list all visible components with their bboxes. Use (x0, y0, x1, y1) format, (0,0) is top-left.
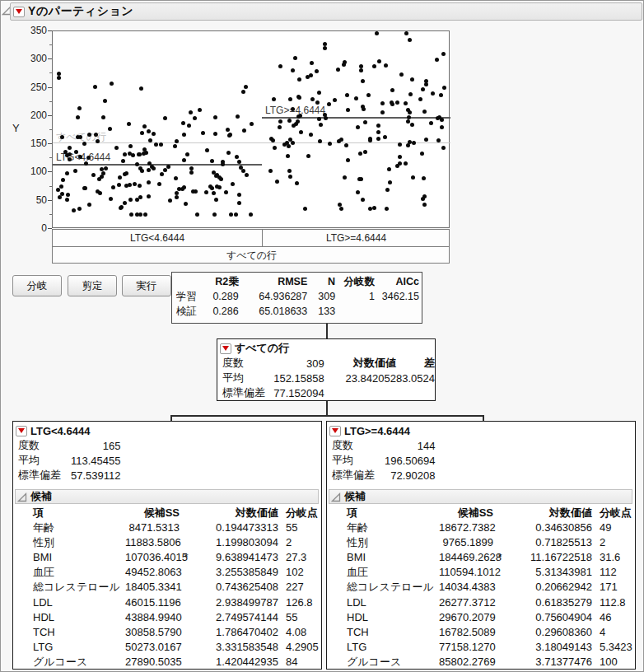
data-point[interactable] (324, 116, 328, 120)
data-point[interactable] (421, 87, 425, 91)
data-point[interactable] (128, 198, 133, 202)
data-point[interactable] (93, 85, 97, 89)
data-point[interactable] (361, 198, 365, 202)
data-point[interactable] (213, 115, 217, 119)
data-point[interactable] (127, 122, 131, 126)
data-point[interactable] (315, 69, 319, 73)
data-point[interactable] (128, 183, 132, 187)
data-point[interactable] (343, 175, 347, 180)
data-point[interactable] (184, 202, 188, 206)
data-point[interactable] (103, 99, 107, 103)
data-point[interactable] (68, 157, 72, 161)
data-point[interactable] (249, 212, 253, 217)
data-point[interactable] (157, 182, 161, 186)
data-point[interactable] (226, 128, 230, 132)
red-triangle-menu-icon[interactable] (329, 426, 341, 436)
data-point[interactable] (91, 173, 96, 177)
data-point[interactable] (205, 148, 209, 152)
data-point[interactable] (436, 138, 441, 142)
data-point[interactable] (78, 135, 82, 139)
data-point[interactable] (217, 185, 222, 189)
data-point[interactable] (437, 115, 441, 119)
go-button[interactable]: 実行 (122, 275, 171, 296)
data-point[interactable] (317, 91, 321, 95)
data-point[interactable] (110, 82, 114, 86)
collapse-triangle-icon[interactable] (331, 492, 341, 502)
data-point[interactable] (73, 169, 77, 173)
data-point[interactable] (422, 203, 427, 207)
data-point[interactable] (187, 124, 191, 128)
data-point[interactable] (404, 31, 408, 35)
data-point[interactable] (59, 184, 63, 189)
data-point[interactable] (65, 198, 69, 202)
data-point[interactable] (363, 150, 367, 154)
data-point[interactable] (372, 64, 376, 68)
data-point[interactable] (424, 82, 428, 86)
data-point[interactable] (224, 190, 228, 194)
data-point[interactable] (441, 146, 446, 150)
data-point[interactable] (219, 177, 223, 181)
data-point[interactable] (138, 212, 142, 217)
data-point[interactable] (424, 138, 428, 142)
data-point[interactable] (210, 159, 214, 163)
data-point[interactable] (118, 175, 122, 180)
data-point[interactable] (310, 61, 314, 65)
data-point[interactable] (210, 186, 214, 190)
data-point[interactable] (412, 141, 416, 145)
data-point[interactable] (291, 141, 295, 145)
data-point[interactable] (87, 203, 91, 207)
data-point[interactable] (323, 42, 327, 46)
data-point[interactable] (440, 125, 444, 129)
data-point[interactable] (385, 207, 389, 211)
data-point[interactable] (404, 101, 408, 105)
data-point[interactable] (142, 147, 147, 152)
data-point[interactable] (406, 143, 410, 147)
strip-all-rows[interactable]: すべての行 (53, 247, 450, 264)
data-point[interactable] (431, 91, 435, 96)
data-point[interactable] (358, 152, 362, 156)
data-point[interactable] (333, 98, 337, 102)
data-point[interactable] (398, 155, 402, 159)
data-point[interactable] (390, 88, 394, 92)
data-point[interactable] (421, 197, 425, 201)
data-point[interactable] (123, 172, 127, 176)
data-point[interactable] (375, 31, 379, 35)
data-point[interactable] (166, 165, 170, 169)
data-point[interactable] (372, 206, 376, 210)
data-point[interactable] (422, 176, 426, 180)
data-point[interactable] (213, 132, 217, 136)
data-point[interactable] (56, 188, 60, 192)
data-point[interactable] (236, 114, 240, 119)
data-point[interactable] (278, 125, 282, 129)
data-point[interactable] (163, 168, 167, 172)
data-point[interactable] (182, 133, 186, 137)
data-point[interactable] (336, 68, 340, 72)
data-point[interactable] (139, 86, 143, 91)
data-point[interactable] (135, 198, 139, 202)
data-point[interactable] (345, 93, 349, 97)
data-point[interactable] (194, 189, 198, 194)
data-point[interactable] (66, 193, 70, 197)
data-point[interactable] (117, 183, 121, 187)
data-point[interactable] (148, 138, 152, 142)
data-point[interactable] (97, 177, 101, 181)
data-point[interactable] (293, 56, 297, 60)
data-point[interactable] (123, 201, 127, 205)
data-point[interactable] (68, 152, 72, 156)
data-point[interactable] (318, 139, 322, 143)
data-point[interactable] (439, 93, 443, 97)
data-point[interactable] (72, 208, 76, 212)
data-point[interactable] (242, 128, 246, 133)
data-point[interactable] (294, 122, 298, 126)
data-point[interactable] (408, 38, 412, 42)
data-point[interactable] (404, 161, 408, 166)
data-point[interactable] (376, 130, 380, 134)
data-point[interactable] (235, 155, 239, 159)
data-point[interactable] (201, 131, 205, 135)
data-point[interactable] (154, 142, 158, 147)
data-point[interactable] (298, 114, 302, 118)
data-point[interactable] (68, 146, 72, 150)
data-point[interactable] (399, 72, 404, 77)
data-point[interactable] (376, 137, 380, 141)
data-point[interactable] (354, 96, 358, 100)
